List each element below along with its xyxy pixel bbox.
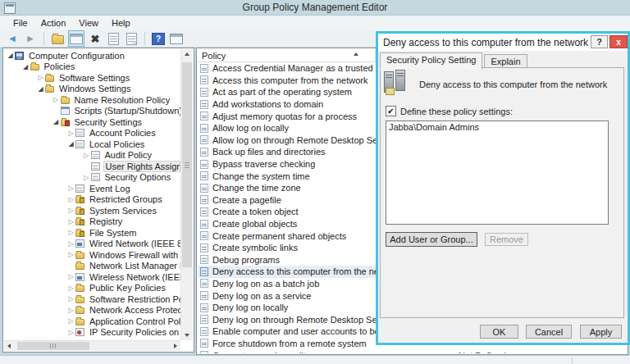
sort-ascending-icon <box>354 52 358 56</box>
scrollbar-thumb[interactable] <box>17 342 89 350</box>
folder-icon <box>61 98 70 104</box>
tree-item-registry[interactable]: Registry <box>4 216 180 228</box>
tree-item-restricted-groups[interactable]: Restricted Groups <box>4 194 180 206</box>
expand-arrow-icon[interactable] <box>66 329 75 336</box>
expand-arrow-icon[interactable] <box>66 251 75 258</box>
policy-icon <box>200 327 208 336</box>
tree-item-account-policies[interactable]: Account Policies <box>4 128 180 139</box>
table-icon <box>75 140 84 148</box>
back-icon[interactable]: ◄ <box>5 31 20 46</box>
expand-arrow-icon[interactable] <box>66 184 75 192</box>
tree-item-windows-settings[interactable]: Windows Settings <box>4 84 180 95</box>
collapse-arrow-icon[interactable] <box>6 52 15 59</box>
tree-item-ip-security-policies-on-active-d[interactable]: IP Security Policies on Active D <box>4 327 180 339</box>
scroll-right-icon[interactable] <box>171 341 180 351</box>
app-icon <box>4 2 16 14</box>
tree-item-file-system[interactable]: File System <box>4 227 180 239</box>
expand-arrow-icon[interactable] <box>66 130 75 137</box>
expand-arrow-icon[interactable] <box>66 218 75 225</box>
folder-icon <box>75 285 84 292</box>
expand-arrow-icon[interactable] <box>82 152 91 159</box>
policy-icon <box>200 315 208 324</box>
expand-arrow-icon[interactable] <box>66 284 75 292</box>
folder-icon <box>75 319 84 325</box>
tree-item-software-restriction-policies[interactable]: Software Restriction Policies <box>4 293 180 305</box>
expand-arrow-icon[interactable] <box>82 174 91 181</box>
expand-arrow-icon[interactable] <box>66 273 75 280</box>
tree-item-policies[interactable]: Policies <box>4 61 180 73</box>
dialog-close-icon[interactable]: x <box>609 35 628 48</box>
scroll-up-icon[interactable] <box>181 49 193 59</box>
tree-vertical-scrollbar[interactable] <box>180 49 193 340</box>
tree-item-wired-network-ieee-802-3-po[interactable]: Wired Network (IEEE 802.3) Po <box>4 239 180 250</box>
tree-item-label: Account Policies <box>88 128 158 138</box>
tree-item-event-log[interactable]: Event Log <box>4 183 180 194</box>
menu-help[interactable]: Help <box>105 16 137 30</box>
tree-item-network-access-protection[interactable]: Network Access Protection <box>4 305 180 316</box>
expand-arrow-icon[interactable] <box>66 317 75 325</box>
add-user-or-group-button[interactable]: Add User or Group... <box>386 232 477 247</box>
forward-icon[interactable]: ► <box>23 31 38 46</box>
tree-item-name-resolution-policy[interactable]: Name Resolution Policy <box>4 94 180 106</box>
scroll-down-icon[interactable] <box>181 330 193 340</box>
expand-arrow-icon[interactable] <box>66 307 75 314</box>
menu-action[interactable]: Action <box>34 16 73 30</box>
tree-horizontal-scrollbar[interactable] <box>4 340 180 351</box>
remove-button[interactable]: Remove <box>485 233 528 246</box>
show-console-tree-icon[interactable] <box>68 30 84 47</box>
tree-item-network-list-manager-policies[interactable]: Network List Manager Policies <box>4 261 180 272</box>
cancel-button[interactable]: Cancel <box>526 325 572 339</box>
define-policy-checkbox[interactable]: ✔ <box>386 106 396 116</box>
tree-item-user-rights-assignment[interactable]: User Rights Assignment <box>4 161 180 172</box>
collapse-arrow-icon[interactable] <box>36 85 45 93</box>
tree-item-wireless-network-ieee-802-11[interactable]: Wireless Network (IEEE 802.11) <box>4 271 180 283</box>
expand-arrow-icon[interactable] <box>66 229 75 236</box>
members-listbox[interactable]: Jabba\Domain Admins <box>386 121 609 225</box>
expand-arrow-icon[interactable] <box>52 96 61 103</box>
expand-arrow-icon[interactable] <box>66 295 75 303</box>
expand-arrow-icon[interactable] <box>66 240 75 248</box>
apply-button[interactable]: Apply <box>580 325 622 339</box>
dialog-help-button[interactable]: ? <box>591 35 608 48</box>
delete-icon[interactable]: ✖ <box>88 31 103 46</box>
tree-item-security-options[interactable]: Security Options <box>4 172 180 184</box>
up-one-level-icon[interactable] <box>50 31 65 46</box>
export-list-icon[interactable] <box>124 31 139 46</box>
folder-icon <box>75 297 84 303</box>
tree-item-security-settings[interactable]: Security Settings <box>4 116 180 128</box>
properties-icon[interactable] <box>106 31 121 46</box>
tree-item-label: User Rights Assignment <box>103 161 181 172</box>
tree-item-audit-policy[interactable]: Audit Policy <box>4 150 180 162</box>
collapse-arrow-icon[interactable] <box>21 63 30 71</box>
member-item[interactable]: Jabba\Domain Admins <box>389 122 605 133</box>
notepad-icon <box>386 88 395 95</box>
scroll-left-icon[interactable] <box>4 341 14 351</box>
expand-arrow-icon[interactable] <box>66 196 75 203</box>
tree-item-computer-configuration[interactable]: Computer Configuration <box>4 50 180 61</box>
menu-view[interactable]: View <box>72 16 105 30</box>
folder-lock-icon <box>75 197 84 203</box>
collapse-arrow-icon[interactable] <box>52 118 61 125</box>
tree-item-label: Event Log <box>88 184 132 193</box>
new-window-icon[interactable] <box>169 31 184 46</box>
tree-item-system-services[interactable]: System Services <box>4 205 180 216</box>
policy-row-generate-security-audits[interactable]: Generate security auditsNot Defined <box>198 349 627 353</box>
expand-arrow-icon[interactable] <box>36 74 45 81</box>
tab-security-policy-setting[interactable]: Security Policy Setting <box>380 52 482 70</box>
collapse-arrow-icon[interactable] <box>66 140 75 148</box>
tree-item-windows-firewall-with-advanc[interactable]: Windows Firewall with Advanc <box>4 249 180 261</box>
scrollbar-thumb[interactable] <box>182 62 192 267</box>
tree-item-public-key-policies[interactable]: Public Key Policies <box>4 283 180 294</box>
tree-item-local-policies[interactable]: Local Policies <box>4 139 180 150</box>
expand-arrow-icon[interactable] <box>66 207 75 214</box>
menu-file[interactable]: File <box>7 16 34 30</box>
help-icon[interactable]: ? <box>151 31 166 46</box>
define-policy-checkbox-label[interactable]: Define these policy settings: <box>400 107 513 116</box>
policy-icon <box>200 100 208 109</box>
window-titlebar[interactable]: Group Policy Management Editor <box>0 0 630 16</box>
toolbar-separator <box>43 32 44 45</box>
tree-item-software-settings[interactable]: Software Settings <box>4 72 180 84</box>
ok-button[interactable]: OK <box>480 325 518 339</box>
tree-item-scripts-startup-shutdown[interactable]: Scripts (Startup/Shutdown) <box>4 106 180 117</box>
tree-item-application-control-policies[interactable]: Application Control Policies <box>4 316 180 327</box>
